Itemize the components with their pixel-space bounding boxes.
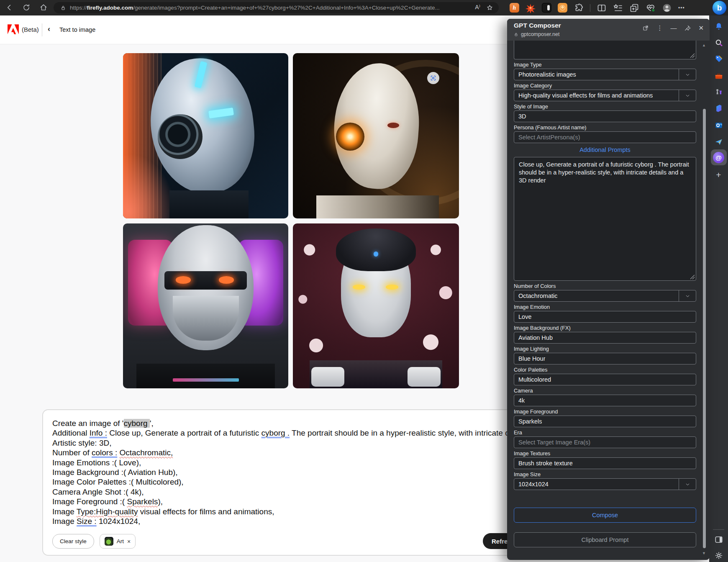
field-image-background: Image Background (FX) Aviation Hub — [514, 325, 696, 344]
gpt-composer-extension-icon[interactable]: @ — [711, 149, 727, 165]
extensions-puzzle-icon[interactable] — [574, 3, 584, 13]
extension-row: h ••• — [510, 0, 685, 15]
field-number-of-colors: Number of Colors Octachromatic — [514, 283, 696, 302]
number-of-colors-select[interactable]: Octachromatic — [514, 290, 696, 302]
clear-style-button[interactable]: Clear style — [52, 534, 94, 549]
panel-header: GPT Composer gptcomposer.net ⋮ — ✕ — [507, 19, 710, 41]
gpt-composer-panel: GPT Composer gptcomposer.net ⋮ — ✕ — [507, 19, 710, 560]
panel-site: gptcomposer.net — [514, 31, 559, 37]
games-icon[interactable] — [714, 87, 723, 97]
field-image-textures: Image Textures Brush stroke texture — [514, 451, 696, 469]
adobe-logo[interactable] — [8, 24, 19, 34]
style-chip-art[interactable]: Art × — [100, 534, 136, 549]
field-camera: Camera 4k — [514, 388, 696, 406]
chip-close-icon[interactable]: × — [127, 538, 131, 545]
settings-more-icon[interactable]: ••• — [678, 5, 685, 11]
resize-grip-icon[interactable] — [690, 53, 695, 58]
panel-body: Image Type Photorealistic images Image C… — [507, 41, 710, 560]
copilot-bing-icon[interactable]: b — [713, 1, 726, 15]
generated-image-4[interactable] — [293, 223, 459, 388]
notifications-bell-icon[interactable] — [714, 22, 723, 31]
minimize-icon[interactable]: — — [670, 24, 677, 32]
image-textures-input[interactable]: Brush stroke texture — [514, 457, 696, 469]
profile-avatar[interactable] — [662, 3, 672, 13]
scroll-up-icon[interactable]: ▲ — [702, 43, 706, 47]
drop-paper-plane-icon[interactable] — [714, 137, 723, 147]
refresh-icon[interactable] — [22, 3, 31, 12]
add-sidebar-item-icon[interactable]: + — [714, 170, 723, 180]
top-textarea[interactable] — [514, 41, 696, 59]
sidebar-divider — [713, 529, 724, 530]
persona-input[interactable]: Select ArtistPersona(s) — [514, 131, 696, 143]
camera-input[interactable]: 4k — [514, 395, 696, 406]
spark-extension-icon[interactable] — [525, 3, 536, 13]
field-era: Era Select Target Image Era(s) — [514, 430, 696, 448]
resize-grip-icon[interactable] — [690, 275, 695, 280]
dark-extension-icon[interactable] — [542, 3, 551, 13]
scroll-down-icon[interactable]: ▼ — [702, 551, 706, 555]
back-icon[interactable] — [5, 3, 13, 12]
image-category-select[interactable]: High-quality visual effects for films an… — [514, 90, 696, 101]
edge-sidebar: @ + — [709, 15, 728, 562]
image-lighting-input[interactable]: Blue Hour — [514, 353, 696, 364]
read-aloud-icon[interactable]: A⁾ — [475, 4, 480, 10]
additional-prompts-link[interactable]: Additional Prompts — [514, 146, 696, 154]
favorites-list-icon[interactable] — [613, 3, 623, 13]
search-icon[interactable] — [714, 38, 723, 48]
chevron-down-icon[interactable] — [679, 69, 696, 80]
open-in-new-window-icon[interactable] — [642, 25, 649, 31]
panel-scrollbar[interactable] — [703, 109, 706, 548]
kebab-menu-icon[interactable]: ⋮ — [656, 24, 663, 32]
highlighted-term: cyborg — [124, 419, 150, 428]
clipboard-prompt-button[interactable]: Clipboard Prompt — [514, 532, 696, 547]
favorite-star-icon[interactable] — [486, 4, 493, 11]
era-input[interactable]: Select Target Image Era(s) — [514, 436, 696, 448]
color-palettes-input[interactable]: Multicolored — [514, 374, 696, 385]
shopping-tag-icon[interactable] — [714, 54, 723, 64]
chevron-down-icon[interactable] — [679, 479, 696, 490]
page-title: Text to image — [59, 26, 95, 33]
field-image-category: Image Category High-quality visual effec… — [514, 83, 696, 101]
address-bar[interactable]: https://firefly.adobe.com/generate/image… — [54, 2, 499, 13]
image-foreground-input[interactable]: Sparkels — [514, 416, 696, 427]
field-image-foreground: Image Foreground Sparkels — [514, 409, 696, 427]
chevron-down-icon[interactable] — [679, 290, 696, 301]
orange-extension-icon[interactable] — [558, 3, 567, 13]
tools-toolbox-icon[interactable] — [714, 71, 723, 81]
url-text: https://firefly.adobe.com/generate/image… — [70, 5, 440, 11]
chevron-down-icon[interactable] — [679, 90, 696, 101]
field-persona: Persona (Famous Artist name) Select Arti… — [514, 125, 696, 143]
screen: https://firefly.adobe.com/generate/image… — [0, 0, 728, 562]
image-background-input[interactable]: Aviation Hub — [514, 332, 696, 344]
image-size-select[interactable]: 1024x1024 — [514, 478, 696, 490]
visual-search-button[interactable] — [427, 72, 439, 84]
compose-button[interactable]: Compose — [514, 508, 696, 523]
image-emotion-input[interactable]: Love — [514, 311, 696, 323]
back-chevron-icon[interactable]: ‹ — [48, 25, 50, 33]
panel-window-controls: ⋮ — ✕ — [642, 24, 704, 32]
field-image-type: Image Type Photorealistic images — [514, 62, 696, 80]
h-extension-icon[interactable]: h — [510, 3, 519, 13]
browser-essentials-icon[interactable] — [646, 3, 656, 13]
pin-icon[interactable] — [684, 25, 691, 31]
prompt-actions: Clear style Art × — [52, 534, 136, 549]
generated-image-3[interactable] — [123, 223, 288, 388]
site-lock-icon — [514, 32, 518, 37]
image-type-select[interactable]: Photorealistic images — [514, 69, 696, 80]
microsoft-365-icon[interactable] — [714, 103, 723, 113]
browser-toolbar: https://firefly.adobe.com/generate/image… — [0, 0, 728, 15]
generated-image-1[interactable] — [123, 53, 288, 218]
settings-gear-icon[interactable] — [714, 551, 723, 560]
additional-prompt-textarea[interactable]: Close up, Generate a portrait of a futur… — [514, 157, 696, 281]
home-icon[interactable] — [39, 3, 48, 12]
outlook-icon[interactable] — [714, 121, 723, 130]
field-color-palettes: Color Palettes Multicolored — [514, 367, 696, 385]
panel-title: GPT Composer — [514, 22, 561, 29]
sidebar-toggle-icon[interactable] — [714, 535, 723, 544]
field-style-of-image: Style of Image 3D — [514, 104, 696, 122]
close-icon[interactable]: ✕ — [698, 24, 704, 32]
collections-icon[interactable] — [629, 3, 639, 13]
generated-image-2[interactable] — [293, 53, 459, 218]
split-screen-icon[interactable] — [597, 3, 607, 13]
style-of-image-input[interactable]: 3D — [514, 110, 696, 122]
